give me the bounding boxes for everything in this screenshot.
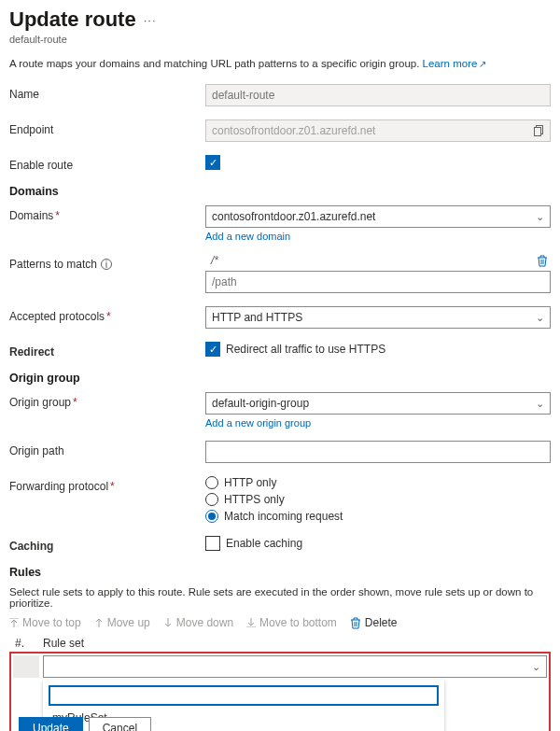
add-domain-link[interactable]: Add a new domain [205, 231, 290, 242]
move-up-button[interactable]: Move up [94, 616, 150, 629]
intro-text: A route maps your domains and matching U… [9, 58, 551, 69]
move-top-label: Move to top [22, 616, 81, 629]
ruleset-editor-highlight: ⌄ myRuleSet Update Cancel [9, 652, 551, 731]
chevron-down-icon: ⌄ [536, 398, 544, 410]
endpoint-input [205, 119, 551, 142]
column-number-header: #. [9, 637, 35, 650]
origin-path-label: Origin path [9, 441, 205, 457]
patterns-label: Patterns to matchi [9, 254, 205, 271]
endpoint-label: Endpoint [9, 119, 205, 136]
forwarding-protocol-label: Forwarding protocol* [9, 476, 205, 493]
external-link-icon: ↗ [479, 59, 486, 69]
cancel-button[interactable]: Cancel [89, 717, 151, 731]
redirect-checkbox[interactable]: ✓ [205, 342, 220, 357]
chevron-down-icon: ⌄ [532, 661, 540, 673]
accepted-protocols-value: HTTP and HTTPS [212, 311, 302, 324]
rules-section-title: Rules [9, 566, 551, 579]
column-ruleset-header: Rule set [43, 637, 551, 650]
radio-http-only[interactable]: HTTP only [205, 476, 551, 489]
redirect-section-title: Redirect [9, 342, 205, 358]
domains-value: contosofrontdoor.z01.azurefd.net [212, 210, 375, 223]
page-subtitle: default-route [9, 34, 551, 45]
origin-group-value: default-origin-group [212, 397, 309, 410]
radio-https-only[interactable]: HTTPS only [205, 493, 551, 506]
accepted-protocols-label: Accepted protocols* [9, 306, 205, 323]
origin-group-label: Origin group* [9, 392, 205, 409]
name-input [205, 84, 551, 106]
caching-section-title: Caching [9, 536, 205, 553]
add-origin-link[interactable]: Add a new origin group [205, 417, 311, 429]
name-label: Name [9, 84, 205, 101]
ruleset-search-input[interactable] [49, 685, 439, 706]
move-bottom-label: Move to bottom [259, 616, 337, 629]
chevron-down-icon: ⌄ [536, 312, 544, 324]
chevron-down-icon: ⌄ [536, 211, 544, 223]
move-down-button[interactable]: Move down [163, 616, 233, 629]
origin-group-select[interactable]: default-origin-group ⌄ [205, 392, 551, 415]
svg-rect-1 [535, 128, 541, 136]
more-icon[interactable]: ··· [144, 13, 157, 27]
learn-more-link[interactable]: Learn more↗ [423, 58, 487, 69]
learn-more-label: Learn more [423, 58, 478, 69]
origin-path-input[interactable] [205, 441, 551, 463]
enable-caching-checkbox[interactable] [205, 536, 220, 551]
copy-icon[interactable] [531, 122, 548, 139]
ruleset-row-number [13, 655, 39, 678]
update-button[interactable]: Update [19, 717, 83, 731]
pattern-input[interactable] [205, 271, 551, 293]
enable-route-label: Enable route [9, 155, 205, 172]
accepted-protocols-select[interactable]: HTTP and HTTPS ⌄ [205, 306, 551, 329]
move-to-bottom-button[interactable]: Move to bottom [246, 616, 337, 629]
enable-route-checkbox[interactable]: ✓ [205, 155, 220, 170]
delete-button[interactable]: Delete [350, 616, 398, 629]
pattern-default: /* [205, 254, 534, 267]
cancel-label: Cancel [103, 722, 137, 731]
rules-toolbar: Move to top Move up Move down Move to bo… [9, 616, 551, 629]
ruleset-select[interactable]: ⌄ [43, 655, 547, 678]
origin-group-section-title: Origin group [9, 372, 551, 385]
page-title: Update route [9, 7, 136, 32]
domains-select[interactable]: contosofrontdoor.z01.azurefd.net ⌄ [205, 205, 551, 228]
domains-section-title: Domains [9, 185, 551, 198]
radio-match-request[interactable]: Match incoming request [205, 510, 551, 523]
move-up-label: Move up [107, 616, 150, 629]
rules-description: Select rule sets to apply to this route.… [9, 586, 551, 609]
enable-caching-label: Enable caching [226, 537, 302, 550]
redirect-desc: Redirect all traffic to use HTTPS [226, 343, 385, 356]
intro-text-content: A route maps your domains and matching U… [9, 58, 423, 69]
radio-http-label: HTTP only [224, 476, 276, 489]
delete-icon [350, 617, 361, 629]
radio-match-label: Match incoming request [224, 510, 343, 523]
info-icon[interactable]: i [101, 259, 112, 270]
delete-label: Delete [365, 616, 398, 629]
move-down-label: Move down [176, 616, 233, 629]
move-to-top-button[interactable]: Move to top [9, 616, 81, 629]
trash-icon[interactable] [534, 255, 551, 267]
radio-https-label: HTTPS only [224, 493, 285, 506]
domains-label: Domains* [9, 205, 205, 222]
update-label: Update [33, 722, 69, 731]
